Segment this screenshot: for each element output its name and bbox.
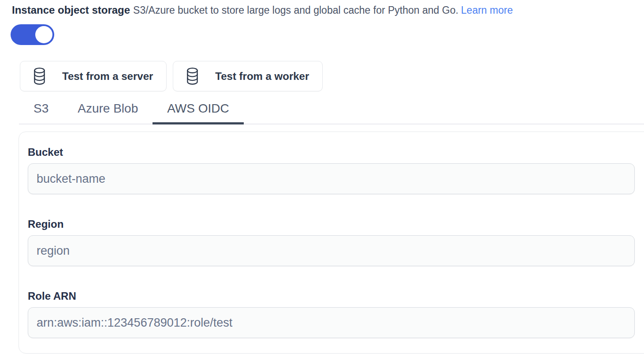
- page-title: Instance object storage: [12, 4, 130, 16]
- test-from-worker-button[interactable]: Test from a worker: [173, 61, 323, 91]
- role-arn-label: Role ARN: [28, 290, 635, 301]
- database-icon: [33, 68, 46, 85]
- test-buttons-row: Test from a server Test from a worker: [20, 61, 644, 91]
- bucket-label: Bucket: [28, 147, 635, 158]
- tab-s3[interactable]: S3: [19, 102, 63, 124]
- toggle-knob: [35, 26, 52, 43]
- learn-more-link[interactable]: Learn more: [461, 4, 513, 16]
- aws-oidc-settings-card: Bucket Region Role ARN: [19, 132, 644, 354]
- button-label: Test from a server: [62, 70, 153, 83]
- region-label: Region: [28, 218, 635, 230]
- object-storage-toggle[interactable]: [11, 24, 54, 45]
- region-field-group: Region: [28, 218, 635, 266]
- button-label: Test from a worker: [215, 70, 309, 83]
- test-from-server-button[interactable]: Test from a server: [20, 61, 167, 91]
- role-arn-field-group: Role ARN: [28, 290, 635, 338]
- region-input[interactable]: [28, 235, 635, 266]
- settings-page: Instance object storageS3/Azure bucket t…: [0, 0, 644, 354]
- section-description: S3/Azure bucket to store large logs and …: [133, 4, 458, 16]
- storage-provider-tabs: S3 Azure Blob AWS OIDC: [19, 102, 644, 124]
- bucket-field-group: Bucket: [28, 147, 635, 194]
- tab-azure-blob[interactable]: Azure Blob: [63, 102, 153, 124]
- section-header: Instance object storageS3/Azure bucket t…: [12, 4, 644, 18]
- bucket-input[interactable]: [28, 163, 635, 194]
- role-arn-input[interactable]: [28, 307, 635, 338]
- tab-aws-oidc[interactable]: AWS OIDC: [153, 102, 244, 124]
- database-icon: [186, 68, 199, 85]
